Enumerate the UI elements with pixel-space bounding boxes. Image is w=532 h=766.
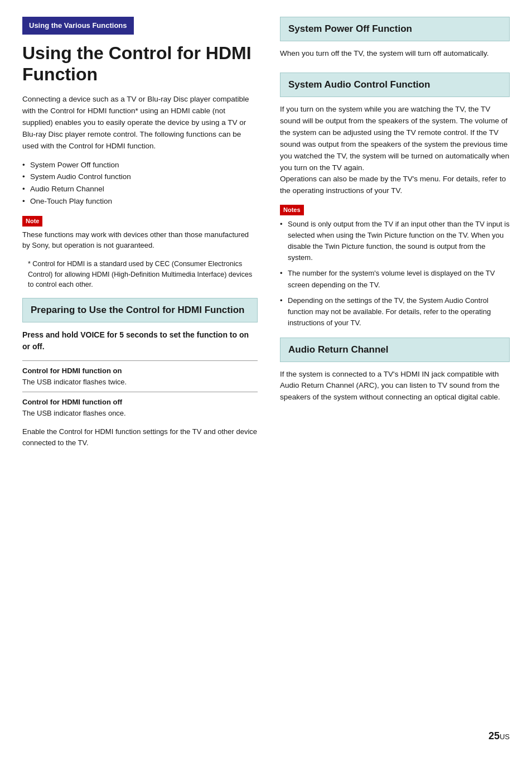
indicator-on-row: Control for HDMI function on The USB ind… <box>22 365 258 387</box>
preparing-section-header: Preparing to Use the Control for HDMI Fu… <box>22 298 258 322</box>
intro-text: Connecting a device such as a TV or Blu-… <box>22 94 258 152</box>
audio-return-channel-title: Audio Return Channel <box>288 343 501 357</box>
section-banner: Using the Various Functions <box>22 17 134 35</box>
enable-text: Enable the Control for HDMI function set… <box>22 426 258 449</box>
list-item: Audio Return Channel <box>22 183 258 195</box>
notes-list-item: The number for the system's volume level… <box>280 268 510 290</box>
left-column: Using the Various Functions Using the Co… <box>22 17 258 717</box>
indicator-on-desc: The USB indicator flashes twice. <box>22 377 258 388</box>
audio-return-channel-body: If the system is connected to a TV's HDM… <box>280 369 510 404</box>
notes-list-item: Depending on the settings of the TV, the… <box>280 295 510 329</box>
footnote-text: * Control for HDMI is a standard used by… <box>22 259 258 290</box>
preparing-section-title: Preparing to Use the Control for HDMI Fu… <box>31 304 249 316</box>
indicator-off-desc: The USB indicator flashes once. <box>22 408 258 419</box>
divider-1 <box>22 360 258 361</box>
press-hold-text: Press and hold VOICE for 5 seconds to se… <box>22 329 258 353</box>
audio-return-channel-header: Audio Return Channel <box>280 338 510 362</box>
notes-list: Sound is only output from the TV if an i… <box>280 219 510 329</box>
system-audio-control-body: If you turn on the system while you are … <box>280 104 510 197</box>
notes-label: Notes <box>280 205 304 215</box>
system-audio-notes-box: Notes Sound is only output from the TV i… <box>280 204 510 329</box>
page-number: 25 <box>489 730 500 741</box>
page-suffix: US <box>500 733 510 741</box>
indicator-off-label: Control for HDMI function off <box>22 397 258 408</box>
system-power-off-header: System Power Off Function <box>280 17 510 41</box>
note-box: Note These functions may work with devic… <box>22 215 258 251</box>
indicator-on-label: Control for HDMI function on <box>22 365 258 377</box>
indicator-off-row: Control for HDMI function off The USB in… <box>22 397 258 418</box>
system-power-off-title: System Power Off Function <box>288 22 501 36</box>
system-power-off-body: When you turn off the TV, the system wil… <box>280 48 510 60</box>
list-item: System Audio Control function <box>22 171 258 183</box>
system-audio-control-title: System Audio Control Function <box>288 78 501 92</box>
page: Using the Various Functions Using the Co… <box>0 0 532 766</box>
note-text: These functions may work with devices ot… <box>22 229 258 251</box>
right-column: System Power Off Function When you turn … <box>274 17 510 717</box>
note-label: Note <box>22 216 42 227</box>
list-item: System Power Off function <box>22 159 258 171</box>
feature-list: System Power Off function System Audio C… <box>22 159 258 207</box>
system-audio-control-header: System Audio Control Function <box>280 73 510 97</box>
divider-2 <box>22 392 258 392</box>
list-item: One-Touch Play function <box>22 195 258 208</box>
notes-list-item: Sound is only output from the TV if an i… <box>280 219 510 264</box>
page-title: Using the Control for HDMI Function <box>22 42 258 85</box>
page-number-area: 25US <box>22 717 510 744</box>
